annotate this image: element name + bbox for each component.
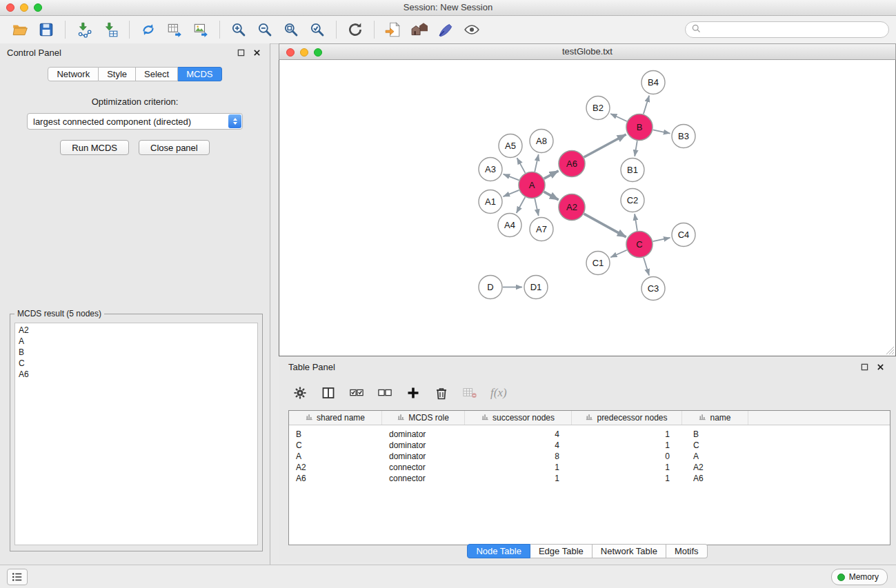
mcds-result-item[interactable]: A6 (19, 369, 254, 380)
search-input[interactable] (704, 24, 883, 35)
graph-node-A6[interactable]: A6 (559, 151, 585, 177)
save-icon[interactable] (33, 19, 59, 41)
close-panel-icon[interactable] (250, 46, 263, 59)
tab-edge-table[interactable]: Edge Table (530, 544, 593, 558)
float-table-panel-icon[interactable] (858, 361, 870, 373)
tab-motifs[interactable]: Motifs (666, 544, 708, 558)
graph-edge-A-A4[interactable] (517, 197, 526, 213)
function-builder-button[interactable]: f(x) (490, 386, 507, 400)
mcds-result-item[interactable]: B (19, 347, 254, 358)
tab-select[interactable]: Select (136, 67, 178, 81)
graph-edge-C-C1[interactable] (610, 250, 627, 258)
graph-edge-B-B2[interactable] (610, 114, 627, 121)
mcds-result-item[interactable]: A (19, 336, 254, 347)
delete-table-icon[interactable] (459, 383, 480, 403)
zoom-window-button[interactable] (34, 3, 42, 12)
table-row[interactable]: Adominator80A (289, 451, 890, 462)
network-graph[interactable]: B4B2BB3A5A8A6B1A3AA1C2A2A4A7C1CC4DD1C3 (279, 60, 895, 356)
network-canvas[interactable]: B4B2BB3A5A8A6B1A3AA1C2A2A4A7C1CC4DD1C3 (279, 60, 896, 356)
tab-node-table[interactable]: Node Table (467, 544, 530, 558)
float-panel-icon[interactable] (235, 46, 247, 59)
trash-icon[interactable] (431, 383, 452, 403)
zoom-out-icon[interactable] (252, 19, 278, 41)
graph-edge-A6-B[interactable] (584, 134, 626, 157)
graph-edge-A-A3[interactable] (504, 174, 519, 181)
mcds-result-item[interactable]: A2 (19, 325, 254, 336)
columns-icon[interactable] (318, 383, 339, 403)
table-row[interactable]: A6connector11A6 (289, 473, 890, 484)
graph-node-D[interactable]: D (479, 276, 502, 299)
graph-node-A4[interactable]: A4 (498, 214, 521, 237)
graph-edge-B-B3[interactable] (653, 130, 670, 133)
mcds-result-item[interactable]: C (19, 358, 254, 369)
import-network-icon[interactable] (71, 19, 97, 41)
graph-edge-A-A8[interactable] (535, 154, 538, 172)
tab-style[interactable]: Style (99, 67, 136, 81)
graph-node-A1[interactable]: A1 (479, 190, 502, 214)
page-import-icon[interactable] (380, 19, 406, 41)
graph-node-C4[interactable]: C4 (672, 223, 695, 247)
graph-node-B4[interactable]: B4 (641, 71, 665, 94)
network-close-button[interactable] (286, 48, 295, 57)
graph-edge-B-B1[interactable] (635, 141, 637, 156)
close-window-button[interactable] (6, 3, 14, 12)
graph-edge-A-A7[interactable] (535, 199, 538, 216)
tab-network[interactable]: Network (48, 67, 99, 81)
graph-edge-A-A1[interactable] (504, 190, 519, 196)
minimize-window-button[interactable] (20, 3, 28, 12)
column-header-shared-name[interactable]: shared name (289, 411, 382, 425)
home-icon[interactable] (406, 19, 432, 41)
graph-node-B[interactable]: B (626, 114, 653, 141)
table-row[interactable]: Cdominator41C (289, 440, 890, 451)
graph-node-A3[interactable]: A3 (479, 158, 502, 181)
graph-edge-A-A2[interactable] (544, 192, 559, 200)
refresh-icon[interactable] (342, 19, 368, 41)
graph-node-C1[interactable]: C1 (586, 252, 610, 275)
tab-network-table[interactable]: Network Table (593, 544, 666, 558)
graph-node-A7[interactable]: A7 (530, 218, 553, 241)
graph-node-A8[interactable]: A8 (530, 130, 553, 153)
graph-edge-A-A5[interactable] (517, 158, 526, 173)
zoom-in-icon[interactable] (226, 19, 252, 41)
graph-node-A2[interactable]: A2 (559, 194, 585, 221)
table-export-icon[interactable] (161, 19, 188, 41)
deselect-all-icon[interactable] (375, 383, 395, 403)
graph-edge-C-C3[interactable] (644, 258, 649, 276)
gear-icon[interactable] (290, 383, 310, 403)
graph-node-B3[interactable]: B3 (672, 125, 695, 148)
column-header-mcds-role[interactable]: MCDS role (382, 411, 465, 425)
table-row[interactable]: A2connector11A2 (289, 462, 890, 473)
column-header-successor-nodes[interactable]: successor nodes (465, 411, 572, 425)
graph-node-A5[interactable]: A5 (499, 134, 522, 158)
graph-edge-C-C4[interactable] (653, 238, 670, 241)
annotate-icon[interactable] (432, 19, 459, 41)
memory-button[interactable]: Memory (831, 569, 888, 585)
table-row[interactable]: Bdominator41B (289, 429, 890, 440)
graph-node-B2[interactable]: B2 (586, 97, 610, 120)
graph-node-C[interactable]: C (626, 232, 653, 258)
network-zoom-button[interactable] (314, 48, 322, 57)
mcds-result-list[interactable]: A2ABCA6 (14, 323, 258, 545)
graph-edge-A2-C[interactable] (584, 214, 626, 237)
graph-edge-B-B4[interactable] (644, 96, 649, 114)
graph-edge-A-A6[interactable] (544, 171, 559, 179)
column-header-predecessor-nodes[interactable]: predecessor nodes (572, 411, 682, 425)
tab-mcds[interactable]: MCDS (178, 67, 221, 81)
add-icon[interactable] (403, 383, 424, 403)
close-panel-button[interactable]: Close panel (139, 140, 210, 155)
open-file-icon[interactable] (7, 19, 33, 41)
zoom-selected-icon[interactable] (304, 19, 330, 41)
select-all-icon[interactable] (346, 383, 367, 403)
graph-node-B1[interactable]: B1 (621, 159, 644, 182)
eye-icon[interactable] (459, 19, 485, 41)
graph-node-D1[interactable]: D1 (524, 276, 548, 299)
graph-node-C2[interactable]: C2 (621, 189, 644, 212)
network-share-icon[interactable] (135, 19, 161, 41)
resize-grip-icon[interactable] (886, 346, 895, 355)
graph-node-A[interactable]: A (519, 172, 545, 199)
graph-edge-C-C2[interactable] (635, 214, 637, 230)
criterion-select[interactable]: largest connected component (directed) (27, 113, 243, 130)
zoom-fit-icon[interactable] (278, 19, 304, 41)
close-table-panel-icon[interactable] (874, 361, 886, 373)
import-table-icon[interactable] (97, 19, 123, 41)
